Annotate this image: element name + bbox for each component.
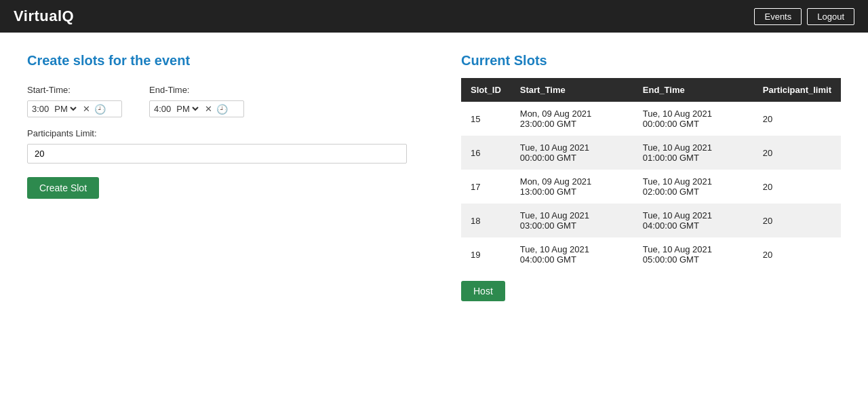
cell-start-time: Mon, 09 Aug 2021 13:00:00 GMT — [511, 170, 633, 204]
right-panel: Current Slots Slot_ID Start_Time End_Tim… — [461, 53, 841, 301]
col-slot-id: Slot_ID — [461, 78, 511, 102]
start-time-group: Start-Time: 3:00 AM PM ✕ 🕘 — [27, 85, 122, 117]
cell-slot-id: 15 — [461, 102, 511, 136]
participants-group: Participants Limit: — [27, 128, 434, 164]
cell-start-time: Tue, 10 Aug 2021 00:00:00 GMT — [511, 136, 633, 170]
page-title: Create slots for the event — [27, 53, 434, 69]
header-actions: Events Logout — [754, 8, 854, 25]
table-header: Slot_ID Start_Time End_Time Participant_… — [461, 78, 841, 102]
end-time-label: End-Time: — [149, 85, 244, 95]
table-row: 16 Tue, 10 Aug 2021 00:00:00 GMT Tue, 10… — [461, 136, 841, 170]
end-time-ampm-select[interactable]: AM PM — [174, 103, 201, 115]
start-time-value: 3:00 — [32, 104, 49, 114]
cell-participant-limit: 20 — [753, 136, 841, 170]
cell-slot-id: 17 — [461, 170, 511, 204]
col-start-time: Start_Time — [511, 78, 633, 102]
cell-slot-id: 19 — [461, 237, 511, 271]
current-slots-title: Current Slots — [461, 53, 841, 69]
slots-table: Slot_ID Start_Time End_Time Participant_… — [461, 78, 841, 271]
host-button[interactable]: Host — [461, 281, 505, 301]
cell-start-time: Tue, 10 Aug 2021 03:00:00 GMT — [511, 204, 633, 237]
cell-end-time: Tue, 10 Aug 2021 04:00:00 GMT — [633, 204, 753, 237]
end-time-value: 4:00 — [154, 104, 171, 114]
cell-end-time: Tue, 10 Aug 2021 02:00:00 GMT — [633, 170, 753, 204]
end-time-clear-icon[interactable]: ✕ — [203, 104, 214, 113]
cell-end-time: Tue, 10 Aug 2021 05:00:00 GMT — [633, 237, 753, 271]
table-row: 19 Tue, 10 Aug 2021 04:00:00 GMT Tue, 10… — [461, 237, 841, 271]
col-end-time: End_Time — [633, 78, 753, 102]
cell-participant-limit: 20 — [753, 170, 841, 204]
cell-end-time: Tue, 10 Aug 2021 00:00:00 GMT — [633, 102, 753, 136]
header: VirtualQ Events Logout — [0, 0, 868, 33]
start-time-clear-icon[interactable]: ✕ — [81, 104, 92, 113]
cell-participant-limit: 20 — [753, 237, 841, 271]
cell-start-time: Mon, 09 Aug 2021 23:00:00 GMT — [511, 102, 633, 136]
table-row: 15 Mon, 09 Aug 2021 23:00:00 GMT Tue, 10… — [461, 102, 841, 136]
cell-participant-limit: 20 — [753, 204, 841, 237]
table-body: 15 Mon, 09 Aug 2021 23:00:00 GMT Tue, 10… — [461, 102, 841, 271]
logout-button[interactable]: Logout — [807, 8, 854, 25]
col-participant-limit: Participant_limit — [753, 78, 841, 102]
table-row: 18 Tue, 10 Aug 2021 03:00:00 GMT Tue, 10… — [461, 204, 841, 237]
table-header-row: Slot_ID Start_Time End_Time Participant_… — [461, 78, 841, 102]
end-time-clock-icon: 🕘 — [216, 104, 228, 115]
table-row: 17 Mon, 09 Aug 2021 13:00:00 GMT Tue, 10… — [461, 170, 841, 204]
start-time-label: Start-Time: — [27, 85, 122, 95]
time-row: Start-Time: 3:00 AM PM ✕ 🕘 End-Time: 4:0… — [27, 85, 434, 117]
left-panel: Create slots for the event Start-Time: 3… — [27, 53, 434, 301]
start-time-input[interactable]: 3:00 AM PM ✕ 🕘 — [27, 100, 122, 117]
end-time-group: End-Time: 4:00 AM PM ✕ 🕘 — [149, 85, 244, 117]
create-slot-button[interactable]: Create Slot — [27, 177, 99, 199]
cell-start-time: Tue, 10 Aug 2021 04:00:00 GMT — [511, 237, 633, 271]
participants-input[interactable] — [27, 144, 407, 164]
app-logo: VirtualQ — [14, 7, 74, 25]
cell-slot-id: 16 — [461, 136, 511, 170]
events-button[interactable]: Events — [754, 8, 802, 25]
start-time-clock-icon: 🕘 — [94, 104, 106, 115]
cell-participant-limit: 20 — [753, 102, 841, 136]
main-layout: Create slots for the event Start-Time: 3… — [0, 33, 868, 322]
end-time-input[interactable]: 4:00 AM PM ✕ 🕘 — [149, 100, 244, 117]
cell-slot-id: 18 — [461, 204, 511, 237]
cell-end-time: Tue, 10 Aug 2021 01:00:00 GMT — [633, 136, 753, 170]
participants-label: Participants Limit: — [27, 128, 434, 138]
start-time-ampm-select[interactable]: AM PM — [52, 103, 79, 115]
